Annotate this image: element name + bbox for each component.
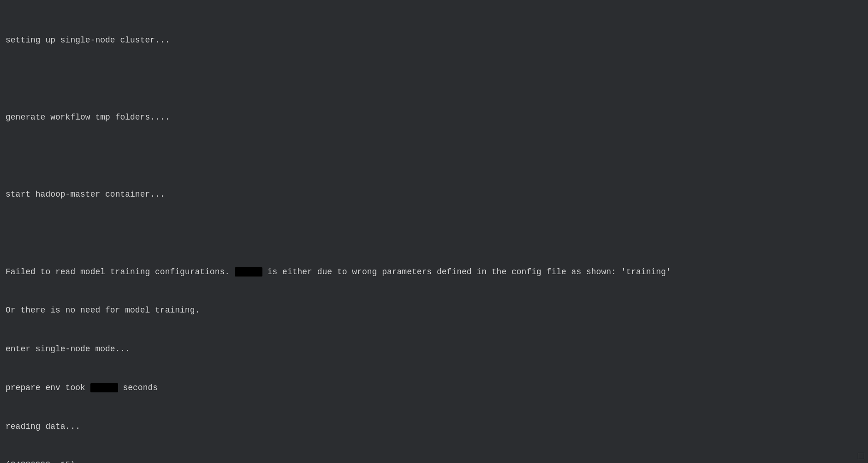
- line-reading: reading data...: [6, 421, 862, 433]
- redacted-prepare-env-time: [90, 383, 118, 392]
- line-failed: Failed to read model training configurat…: [6, 266, 862, 279]
- line-1: setting up single-node cluster...: [6, 34, 862, 47]
- redacted-this: This: [235, 267, 262, 277]
- terminal-output: setting up single-node cluster... genera…: [6, 8, 862, 463]
- line-single-node: enter single-node mode...: [6, 343, 862, 356]
- line-3: generate workflow tmp folders....: [6, 111, 862, 124]
- line-empty-2: [6, 150, 862, 163]
- line-shape: (24386900, 15): [6, 459, 862, 463]
- line-empty-3: [6, 227, 862, 240]
- line-prepare-env: prepare env took seconds: [6, 382, 862, 395]
- line-or: Or there is no need for model training.: [6, 304, 862, 317]
- line-5: start hadoop-master container...: [6, 188, 862, 201]
- bottom-right-indicator: [858, 453, 864, 459]
- line-empty-1: [6, 72, 862, 85]
